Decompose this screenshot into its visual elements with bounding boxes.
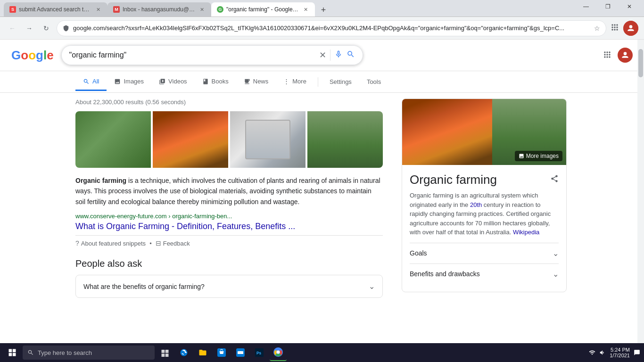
tab-title-1: submit Advanced search techni...	[19, 6, 91, 13]
more-images-button[interactable]: More images	[515, 151, 562, 161]
edge-icon	[180, 348, 188, 357]
current-time: 5:24 PM	[611, 347, 630, 353]
image-strip[interactable]	[75, 111, 383, 168]
taskbar-chrome[interactable]	[270, 344, 287, 361]
page-content: Google ✕	[0, 40, 644, 362]
more-images-label: More images	[526, 153, 559, 159]
about-snippets-label: About featured snippets	[81, 240, 146, 247]
paa-question-1: What are the benefits of organic farming…	[83, 283, 205, 290]
tab-close-1[interactable]: ✕	[94, 6, 102, 13]
feedback-item[interactable]: ⊟ Feedback	[156, 239, 190, 247]
taskbar-edge[interactable]	[175, 344, 192, 361]
dot-separator: •	[149, 240, 152, 247]
taskbar-search[interactable]: Type here to search	[23, 346, 155, 360]
image-icon-small	[519, 153, 524, 159]
nav-item-more[interactable]: ⋮ More	[276, 73, 314, 91]
start-button[interactable]	[4, 344, 21, 361]
url-bar[interactable]: google.com/search?sxsrf=ALeKk034lelgSlF6…	[57, 20, 606, 36]
paa-item-1[interactable]: What are the benefits of organic farming…	[75, 275, 383, 298]
left-column: About 22,300,000 results (0.56 seconds) …	[75, 99, 383, 301]
paa-title: People also ask	[75, 258, 383, 269]
feedback-label: Feedback	[163, 240, 190, 247]
microphone-icon[interactable]	[334, 50, 343, 61]
result-image-3[interactable]	[230, 111, 305, 168]
nav-more-label: More	[292, 78, 306, 85]
header-user-avatar[interactable]	[618, 48, 633, 63]
store-icon	[217, 348, 226, 357]
user-avatar[interactable]	[623, 21, 638, 36]
browser-tab-1[interactable]: S submit Advanced search techni... ✕	[4, 2, 107, 16]
scrollbar[interactable]	[637, 40, 644, 343]
minimize-button[interactable]: —	[575, 0, 597, 14]
snippet-link[interactable]: What is Organic Farming - Definition, Fe…	[75, 222, 383, 231]
reload-button[interactable]: ↻	[40, 22, 53, 35]
kp-section-goals[interactable]: Goals ⌄	[410, 243, 559, 263]
header-apps-icon[interactable]	[603, 50, 612, 61]
about-snippets-item[interactable]: ? About featured snippets	[75, 239, 146, 247]
nav-item-videos[interactable]: Videos	[151, 73, 195, 91]
result-image-2[interactable]	[153, 111, 228, 168]
search-input[interactable]	[69, 51, 315, 59]
search-box: ✕	[61, 45, 363, 65]
wifi-icon	[589, 349, 595, 356]
taskbar-photoshop[interactable]: Ps	[251, 344, 268, 361]
new-tab-button[interactable]: +	[317, 3, 330, 16]
paa-chevron-1: ⌄	[369, 282, 375, 291]
kp-share-icon[interactable]	[550, 174, 559, 185]
maximize-button[interactable]: ❐	[597, 0, 619, 14]
back-button[interactable]: ←	[6, 22, 19, 35]
tab-favicon-1: S	[9, 6, 16, 13]
tab-title-2: Inbox - hasangasumudu@gmail...	[123, 6, 195, 13]
nav-item-books[interactable]: Books	[195, 73, 236, 91]
apps-button[interactable]	[610, 23, 619, 33]
search-submit-icon[interactable]	[347, 50, 355, 61]
nav-item-news[interactable]: News	[236, 73, 276, 91]
search-box-wrapper: ✕	[61, 45, 363, 65]
taskbar: Type here to search	[0, 343, 644, 362]
address-bar: ← → ↻ google.com/search?sxsrf=ALeKk034le…	[0, 17, 644, 40]
current-date: 1/7/2021	[610, 353, 630, 358]
nav-all-label: All	[92, 78, 99, 85]
forward-button[interactable]: →	[23, 22, 36, 35]
people-also-ask-section: People also ask What are the benefits of…	[75, 258, 383, 298]
taskbar-file-explorer[interactable]	[194, 344, 211, 361]
kp-title-row: Organic farming	[410, 173, 559, 187]
clear-search-icon[interactable]: ✕	[319, 50, 326, 60]
wikipedia-link[interactable]: Wikipedia	[513, 229, 539, 236]
nav-item-all[interactable]: All	[75, 73, 107, 91]
tab-close-3[interactable]: ✕	[302, 6, 309, 13]
search-nav-icon	[83, 78, 90, 85]
logo-e: e	[47, 48, 53, 62]
browser-frame: S submit Advanced search techni... ✕ M I…	[0, 0, 644, 362]
google-logo[interactable]: Google	[11, 48, 54, 63]
logo-g: G	[11, 48, 21, 62]
settings-link[interactable]: Settings	[322, 74, 359, 90]
result-image-4[interactable]	[307, 111, 383, 168]
kp-section-benefits[interactable]: Benefits and drawbacks ⌄	[410, 263, 559, 284]
tools-link[interactable]: Tools	[359, 74, 388, 90]
notification-icon[interactable]	[634, 349, 640, 356]
images-nav-icon	[114, 78, 121, 85]
taskbar-store[interactable]	[213, 344, 230, 361]
taskbar-task-view[interactable]	[157, 344, 173, 361]
url-text: google.com/search?sxsrf=ALeKk034lelgSlF6…	[73, 25, 590, 32]
result-image-1[interactable]	[75, 111, 151, 168]
snippet-bold-term: Organic farming	[75, 177, 126, 184]
svg-point-0	[629, 25, 633, 28]
nav-news-label: News	[253, 78, 269, 85]
featured-snippet-text: Organic farming is a technique, which in…	[75, 175, 383, 207]
tab-close-2[interactable]: ✕	[198, 6, 206, 13]
scrollbar-thumb[interactable]	[638, 49, 643, 77]
videos-nav-icon	[159, 78, 165, 85]
taskbar-mail[interactable]	[232, 344, 249, 361]
more-dots-icon: ⋮	[283, 78, 289, 85]
taskbar-search-text: Type here to search	[38, 349, 92, 356]
svg-point-1	[624, 52, 627, 55]
browser-tab-2[interactable]: M Inbox - hasangasumudu@gmail... ✕	[107, 2, 211, 16]
nav-item-images[interactable]: Images	[107, 73, 151, 91]
bottom-spacer	[0, 301, 644, 329]
logo-g2: g	[36, 48, 43, 62]
close-button[interactable]: ✕	[619, 0, 640, 14]
browser-tab-3[interactable]: G "organic farming" - Google Sear... ✕	[211, 2, 315, 16]
bookmark-icon[interactable]: ☆	[594, 25, 600, 32]
